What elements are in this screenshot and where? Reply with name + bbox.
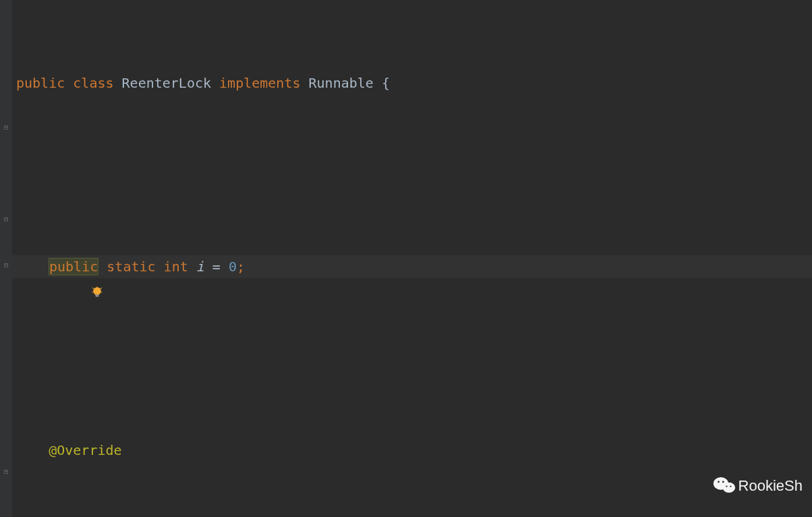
watermark: RookieSh [713,473,803,498]
code-line: public class ReenterLock implements Runn… [12,72,812,94]
svg-point-7 [730,486,731,487]
wechat-icon [713,476,736,495]
svg-point-4 [718,481,720,483]
fold-marker-icon[interactable]: ⊟ [2,468,10,476]
svg-point-0 [93,288,101,296]
fold-marker-icon[interactable]: ⊟ [2,261,10,269]
code-area[interactable]: public class ReenterLock implements Runn… [12,0,812,517]
gutter: ⊟ ⊟ ⊟ ⊟ [0,0,12,517]
fold-marker-icon[interactable]: ⊟ [2,124,10,132]
svg-point-6 [726,486,727,487]
code-line [12,163,812,186]
watermark-text: RookieSh [738,473,803,498]
code-line-active: public static int i = 0; [12,255,812,278]
fold-marker-icon[interactable]: ⊟ [2,215,10,223]
svg-rect-1 [96,294,99,296]
intention-bulb-icon[interactable] [26,260,39,273]
code-line: @Override [12,439,812,462]
svg-point-3 [722,483,735,493]
code-line [12,347,812,370]
svg-point-5 [722,481,724,483]
code-editor[interactable]: ⊟ ⊟ ⊟ ⊟ public class ReenterLock impleme… [0,0,812,517]
